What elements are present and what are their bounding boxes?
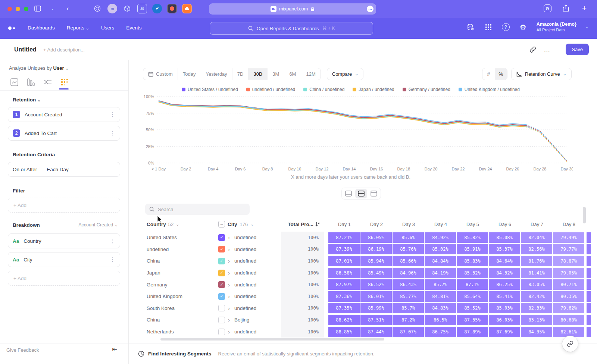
retention-cell[interactable]: 87.69% (489, 327, 520, 337)
expand-row-icon[interactable]: › (228, 305, 234, 311)
breakdown-options-icon[interactable]: ⋮ (110, 238, 115, 244)
day-column-header[interactable]: Day 4 (425, 222, 457, 227)
sidebar-toggle-icon[interactable] (33, 4, 43, 13)
retention-cell[interactable]: 81.41% (521, 268, 552, 278)
retention-cell[interactable]: 87.89% (457, 327, 488, 337)
retention-cell[interactable]: 86.43% (393, 279, 424, 290)
expand-row-icon[interactable]: › (228, 317, 234, 323)
retention-cell[interactable]: 85.82% (457, 232, 488, 243)
nav-reports[interactable]: Reports ⌄ (67, 25, 89, 31)
vertical-scrollbar[interactable] (583, 207, 586, 223)
legend-item[interactable]: United States / undefined (182, 87, 238, 92)
retention-cell[interactable]: 84.84% (425, 256, 456, 266)
breakdown-city[interactable]: Aa City ⋮ (8, 252, 120, 267)
legend-item[interactable]: Germany / undefined (403, 87, 450, 92)
breakdown-scope-select[interactable]: Account Created ⌄ (78, 222, 118, 228)
help-icon[interactable]: ? (502, 23, 510, 31)
retention-cell[interactable]: 87.01% (328, 256, 360, 266)
range-7d[interactable]: 7D (232, 68, 249, 80)
row-checkbox[interactable]: ✓ (218, 281, 225, 288)
retention-cell[interactable]: 85.64% (457, 291, 488, 302)
retention-cell[interactable]: 82.56% (521, 244, 552, 254)
retention-cell[interactable]: 85.03% (489, 303, 520, 313)
retention-step-2[interactable]: 2 Added To Cart ⋮ (8, 126, 120, 141)
retention-cell[interactable]: 80.35% (553, 291, 584, 302)
retention-cell[interactable]: 87.1% (457, 279, 488, 290)
expand-row-icon[interactable]: › (228, 270, 234, 276)
js-extension-icon[interactable]: JS (137, 4, 147, 13)
report-title[interactable]: Untitled (14, 46, 37, 53)
retention-cell[interactable]: 83.13% (521, 315, 552, 325)
retention-cell[interactable]: 85.7% (425, 279, 456, 290)
retention-cell[interactable]: 80.71% (553, 279, 584, 290)
table-search-input[interactable] (158, 207, 240, 212)
range-yesterday[interactable]: Yesterday (201, 68, 232, 80)
expand-row-icon[interactable]: › (228, 234, 234, 241)
value-mode-percent[interactable]: % (495, 68, 507, 80)
add-breakdown-button[interactable]: + Add (8, 271, 120, 286)
step-options-icon[interactable]: ⋮ (110, 130, 115, 136)
analyze-entity-value[interactable]: User (53, 65, 64, 71)
settings-gear-icon[interactable]: ⚙ (519, 23, 528, 32)
range-today[interactable]: Today (178, 68, 201, 80)
retention-cell[interactable]: 84.35% (521, 327, 552, 337)
retention-cell[interactable]: 85.6% (393, 232, 424, 243)
expand-row-icon[interactable]: › (228, 258, 234, 264)
cube-extension-icon[interactable] (122, 4, 132, 13)
retention-cell[interactable]: 85.94% (360, 256, 392, 266)
m-avatar-extension-icon[interactable]: m (107, 4, 117, 13)
day-column-header[interactable]: Day 2 (360, 222, 393, 227)
retention-cell[interactable]: 80.68% (553, 315, 584, 325)
retention-cell[interactable]: 84.81% (425, 291, 456, 302)
retention-cell[interactable]: 86.01% (360, 291, 392, 302)
retention-cell[interactable]: 86.52% (360, 279, 392, 290)
step-event-name[interactable]: Added To Cart (25, 131, 57, 136)
compare-button[interactable]: Compare⌄ (327, 68, 364, 80)
legend-item[interactable]: Japan / undefined (353, 87, 394, 92)
share-link-fab[interactable] (562, 336, 578, 352)
range-custom[interactable]: Custom (143, 68, 178, 80)
retention-cell[interactable]: 84.92% (425, 232, 456, 243)
data-management-icon[interactable] (466, 23, 475, 32)
day-column-header[interactable]: Day 8 (553, 222, 585, 227)
table-search[interactable] (145, 204, 250, 215)
nav-users[interactable]: Users (101, 25, 114, 31)
retention-cell[interactable]: 88.62% (328, 315, 360, 325)
day-column-header[interactable]: Day 6 (489, 222, 521, 227)
table-view-toggle[interactable] (368, 189, 380, 198)
chart-view-toggle[interactable] (343, 189, 354, 198)
retention-cell[interactable]: 79.62% (553, 303, 584, 313)
address-bar[interactable]: mixpanel.com … (209, 3, 376, 15)
retention-cell[interactable]: 85.66% (393, 256, 424, 266)
retention-cell[interactable]: 87.36% (328, 291, 360, 302)
copy-link-icon[interactable] (529, 46, 536, 53)
retention-cell[interactable]: 85.99% (360, 303, 392, 313)
window-close-button[interactable] (7, 7, 12, 11)
tab-retention-icon[interactable] (60, 77, 69, 87)
window-minimize-button[interactable] (16, 7, 20, 11)
range-30d[interactable]: 30D (248, 68, 267, 80)
mixpanel-dark-extension-icon[interactable] (167, 4, 177, 13)
day-column-header[interactable]: Day 3 (393, 222, 425, 227)
page-actions-icon[interactable]: … (367, 6, 373, 12)
retention-cell[interactable]: 83.05% (521, 279, 552, 290)
retention-cell[interactable]: 87.07% (393, 327, 424, 337)
retention-cell[interactable]: 86.58% (328, 268, 360, 278)
retention-cell[interactable]: 86.75% (425, 327, 456, 337)
retention-cell[interactable]: 79.49% (553, 232, 584, 243)
retention-cell[interactable]: 82.04% (521, 232, 552, 243)
retention-cell[interactable]: 84.96% (393, 268, 424, 278)
notion-icon[interactable]: N (544, 4, 551, 12)
tab-flows-icon[interactable] (43, 77, 52, 87)
criteria-mode[interactable]: On or After (13, 167, 37, 172)
retention-cell[interactable]: 84.83% (425, 303, 456, 313)
retention-criteria-card[interactable]: On or After Each Day (8, 162, 120, 177)
row-checkbox[interactable]: ✓ (218, 270, 225, 276)
retention-cell[interactable]: 85.91% (457, 244, 488, 254)
criteria-interval[interactable]: Each Day (47, 167, 69, 172)
retention-cell[interactable]: 86.5% (425, 315, 456, 325)
nav-dashboards[interactable]: Dashboards (28, 25, 55, 31)
retention-cell[interactable]: 85.76% (393, 244, 424, 254)
cloud-orange-extension-icon[interactable] (182, 4, 192, 13)
segments-title[interactable]: Find Interesting Segments (148, 351, 212, 357)
